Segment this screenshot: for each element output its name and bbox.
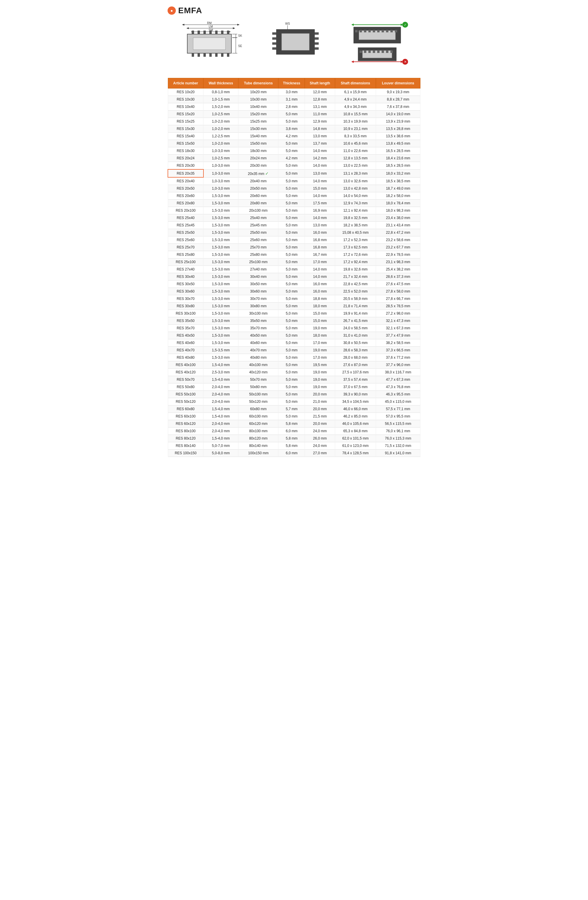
table-row: RES 10x401,5-2,0 mm10x40 mm2,8 mm13,1 mm…: [168, 103, 420, 110]
table-cell: 1,5-3,0 mm: [203, 324, 239, 332]
table-cell: 91,8 x 141,0 mm: [376, 450, 420, 457]
table-row: RES 50x802,0-4,0 mm50x80 mm5,0 mm19,0 mm…: [168, 383, 420, 391]
svg-rect-59: [373, 30, 375, 33]
table-cell: 1,5-3,0 mm: [203, 339, 239, 347]
table-cell: 45,0 x 115,0 mm: [376, 398, 420, 405]
table-cell: RES 50x80: [168, 383, 203, 391]
table-cell: 60x100 mm: [239, 413, 278, 420]
table-cell: 2,0-4,0 mm: [203, 398, 239, 405]
table-cell: 13,1 x 28,3 mm: [335, 169, 376, 177]
table-cell: 1,5-3,0 mm: [203, 310, 239, 317]
table-cell: 1,5-3,0 mm: [203, 295, 239, 303]
table-cell: 2,0-4,0 mm: [203, 391, 239, 398]
table-cell: 6,0 mm: [278, 428, 305, 435]
table-cell: RES 25x80: [168, 251, 203, 258]
table-cell: 15,0 mm: [305, 185, 335, 192]
svg-rect-25: [215, 31, 217, 34]
svg-text:LM: LM: [209, 25, 213, 28]
table-cell: 17,3 x 62,5 mm: [335, 244, 376, 251]
table-cell: 26,0 mm: [305, 435, 335, 442]
table-cell: 15x20 mm: [239, 110, 278, 118]
table-cell: RES 10x20: [168, 88, 203, 96]
table-cell: RES 18x30: [168, 147, 203, 155]
svg-rect-77: [382, 51, 384, 53]
svg-rect-41: [272, 37, 276, 40]
table-cell: 32,1 x 47,3 mm: [376, 317, 420, 324]
table-cell: 13,0 x 42,8 mm: [335, 185, 376, 192]
table-cell: 30x40 mm: [239, 273, 278, 281]
table-row: RES 30x601,5-3,0 mm30x60 mm5,0 mm16,0 mm…: [168, 288, 420, 295]
table-cell: RES 80x120: [168, 435, 203, 442]
table-cell: 13,9 x 23,9 mm: [376, 118, 420, 125]
table-cell: 3,1 mm: [278, 96, 305, 103]
table-cell: 1,5-3,0 mm: [203, 244, 239, 251]
table-cell: 5,0 mm: [278, 192, 305, 200]
table-cell: RES 25x70: [168, 244, 203, 251]
table-cell: 5,0 mm: [278, 162, 305, 170]
table-cell: 20,5 x 58,9 mm: [335, 295, 376, 303]
table-row: RES 40x1001,5-4,0 mm40x100 mm5,0 mm19,5 …: [168, 362, 420, 369]
table-cell: 21,5 mm: [305, 413, 335, 420]
table-cell: 5,0 mm: [278, 251, 305, 258]
svg-rect-26: [221, 31, 223, 34]
table-row: RES 40x1202,5-3,0 mm40x120 mm5,0 mm19,0 …: [168, 369, 420, 376]
table-cell: 1,5-3,0 mm: [203, 281, 239, 288]
table-cell: 5,0 mm: [278, 295, 305, 303]
table-cell: 5,0 mm: [278, 310, 305, 317]
table-cell: 18,5 x 28,5 mm: [376, 162, 420, 170]
col-article-number: Article number: [168, 78, 203, 88]
table-row: RES 60x1001,5-4,0 mm60x100 mm5,0 mm21,5 …: [168, 413, 420, 420]
svg-rect-43: [272, 47, 276, 50]
table-cell: 1,5-3,0 mm: [203, 222, 239, 229]
table-cell: 1,0-2,0 mm: [203, 140, 239, 147]
table-cell: 5,0 mm: [278, 110, 305, 118]
table-cell: 46,0 x 66,0 mm: [335, 405, 376, 413]
table-cell: 40x60 mm: [239, 339, 278, 347]
table-cell: 15x50 mm: [239, 140, 278, 147]
svg-rect-21: [192, 31, 194, 34]
table-cell: 2,0-4,0 mm: [203, 428, 239, 435]
table-cell: 14,0 mm: [305, 266, 335, 273]
table-cell: 5,0 mm: [278, 303, 305, 310]
table-cell: 12,8 x 13,5 mm: [335, 155, 376, 162]
table-cell: 27,8 x 58,0 mm: [376, 288, 420, 295]
table-row: RES 15x301,0-2,0 mm15x30 mm3,8 mm14,8 mm…: [168, 125, 420, 133]
table-row: RES 10x301,0-1,5 mm10x30 mm3,1 mm12,8 mm…: [168, 96, 420, 103]
table-cell: 40x120 mm: [239, 369, 278, 376]
table-cell: 2,0-4,0 mm: [203, 420, 239, 428]
table-cell: RES 20x50: [168, 185, 203, 192]
table-cell: RES 30x100: [168, 310, 203, 317]
table-cell: 2,0-4,0 mm: [203, 383, 239, 391]
table-row: RES 30x701,5-3,0 mm30x70 mm5,0 mm18,8 mm…: [168, 295, 420, 303]
svg-rect-78: [386, 51, 388, 53]
table-cell: 16,0 mm: [305, 281, 335, 288]
table-cell: 1,5-3,0 mm: [203, 266, 239, 273]
table-cell: 5,0 mm: [278, 376, 305, 383]
col-louver-dimensions: Louver dimensions: [376, 78, 420, 88]
svg-rect-42: [272, 42, 276, 45]
table-cell: 21,8 x 71,4 mm: [335, 303, 376, 310]
svg-text:SE: SE: [238, 44, 242, 48]
svg-rect-44: [315, 33, 319, 35]
table-cell: 10,3 x 19,9 mm: [335, 118, 376, 125]
table-cell: 28,0 x 68,0 mm: [335, 354, 376, 362]
table-cell: 14,2 mm: [305, 155, 335, 162]
table-cell: 22,9 x 78,5 mm: [376, 251, 420, 258]
table-cell: 1,0-3,0 mm: [203, 177, 239, 185]
page: ● EMFA RM LM SM: [162, 0, 426, 463]
table-cell: 37,7 x 47,9 mm: [376, 332, 420, 339]
diagram-side-view: WS: [270, 21, 323, 66]
table-cell: 22,5 x 52,0 mm: [335, 288, 376, 295]
table-row: RES 18x301,0-3,0 mm18x30 mm5,0 mm14,0 mm…: [168, 147, 420, 155]
table-cell: 5,0 mm: [278, 214, 305, 222]
table-cell: 2,8 mm: [278, 103, 305, 110]
table-row: RES 35x701,5-3,0 mm35x70 mm5,0 mm19,0 mm…: [168, 324, 420, 332]
diagram-cross-section: RM LM SM: [178, 21, 243, 66]
table-cell: 1,5-3,0 mm: [203, 207, 239, 214]
table-cell: 17,0 mm: [305, 339, 335, 347]
table-cell: RES 60x120: [168, 420, 203, 428]
table-cell: RES 60x100: [168, 413, 203, 420]
table-cell: 1,5-3,0 mm: [203, 288, 239, 295]
table-cell: RES 25x45: [168, 222, 203, 229]
table-cell: 1,5-4,0 mm: [203, 405, 239, 413]
